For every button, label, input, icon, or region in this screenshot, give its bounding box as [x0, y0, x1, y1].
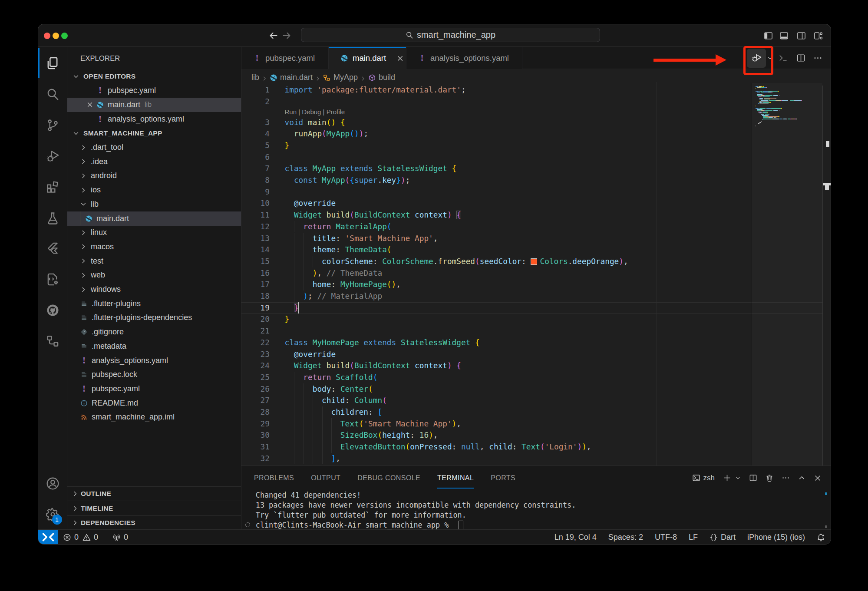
layout-panel-icon[interactable]: [779, 31, 789, 40]
code-line-13[interactable]: title: 'Smart Machine App',: [285, 233, 831, 244]
activity-bar-item-flutter[interactable]: [38, 234, 67, 263]
section-timeline[interactable]: TIMELINE: [67, 501, 241, 515]
tree-item-main.dart[interactable]: main.dart: [67, 211, 241, 226]
tree-item-smart_machine_app.iml[interactable]: smart_machine_app.iml: [67, 410, 241, 424]
code-line-27[interactable]: child: Column(: [285, 395, 831, 406]
code-line-14[interactable]: theme: ThemeData(: [285, 244, 831, 256]
tree-item-README.md[interactable]: README.md: [67, 396, 241, 410]
more-actions-icon[interactable]: [813, 53, 822, 63]
close-icon[interactable]: [814, 474, 822, 482]
codelens-run-debug-profile[interactable]: Run | Debug | Profile: [285, 107, 345, 116]
tree-item-android[interactable]: android: [67, 168, 241, 183]
activity-bar-item-devtools[interactable]: [38, 265, 67, 294]
breadcrumb-item-main.dart[interactable]: main.dart: [270, 73, 313, 82]
tab-main.dart[interactable]: main.dart: [329, 47, 406, 69]
status-item-utf-8[interactable]: UTF-8: [655, 533, 677, 542]
layout-sidebar-left-icon[interactable]: [764, 31, 773, 40]
tab-pubspec.yaml[interactable]: !pubspec.yaml: [241, 47, 329, 69]
close-window-button[interactable]: [44, 33, 50, 39]
trash-icon[interactable]: [766, 474, 773, 482]
command-decoration[interactable]: [245, 522, 250, 527]
code-line-23[interactable]: @override: [285, 349, 831, 360]
code-line-25[interactable]: return Scaffold(: [285, 372, 831, 383]
open-editor-analysis_options.yaml[interactable]: !analysis_options.yaml: [67, 112, 241, 126]
breadcrumb-item-lib[interactable]: lib: [251, 73, 259, 82]
status-error[interactable]: 0: [63, 533, 79, 542]
more-actions-icon[interactable]: [782, 474, 790, 482]
panel-tab-output[interactable]: OUTPUT: [311, 466, 340, 490]
minimap[interactable]: [752, 83, 822, 466]
status-warning[interactable]: 0: [83, 533, 98, 542]
tree-item-macos[interactable]: macos: [67, 240, 241, 254]
breadcrumb-item-MyApp[interactable]: MyApp: [323, 73, 358, 82]
code-line-28[interactable]: children: [: [285, 406, 831, 418]
navigate-forward-icon[interactable]: [282, 31, 291, 40]
code-line-19[interactable]: }: [285, 302, 831, 314]
code-line-21[interactable]: [285, 325, 831, 337]
panel-tab-problems[interactable]: PROBLEMS: [254, 466, 294, 490]
code-line-20[interactable]: }: [285, 314, 831, 325]
tab-analysis_options.yaml[interactable]: !analysis_options.yaml: [406, 47, 522, 69]
tree-item-.flutter-plugins-dependencies[interactable]: .flutter-plugins-dependencies: [67, 310, 241, 325]
activity-bar-item-search[interactable]: [38, 80, 67, 109]
terminal[interactable]: Changed 41 dependencies!13 packages have…: [241, 490, 831, 529]
code-line-4[interactable]: runApp(MyApp());: [285, 128, 831, 140]
code-editor[interactable]: 1import 'package:flutter/material.dart';…: [241, 82, 831, 466]
tree-item-pubspec.yaml[interactable]: !pubspec.yaml: [67, 382, 241, 396]
panel-tab-terminal[interactable]: TERMINAL: [437, 466, 474, 490]
panel-tab-ports[interactable]: PORTS: [491, 466, 515, 490]
open-terminal-icon[interactable]: [779, 53, 788, 63]
open-editor-pubspec.yaml[interactable]: !pubspec.yaml: [67, 83, 241, 98]
close-tab-icon[interactable]: [396, 55, 404, 62]
tree-item-web[interactable]: web: [67, 268, 241, 282]
status-item-bell-dot-icon[interactable]: [817, 533, 825, 541]
tree-item-.metadata[interactable]: .metadata: [67, 339, 241, 353]
code-line-15[interactable]: colorScheme: ColorScheme.fromSeed(seedCo…: [285, 256, 831, 267]
layout-customize-icon[interactable]: [814, 31, 823, 40]
panel-tab-debug-console[interactable]: DEBUG CONSOLE: [357, 466, 420, 490]
status-item-iphone-15-ios-[interactable]: iPhone (15) (ios): [747, 533, 805, 542]
status-item-ln-19-col-4[interactable]: Ln 19, Col 4: [554, 533, 597, 542]
tree-item-.gitignore[interactable]: .gitignore: [67, 325, 241, 339]
status-item-spaces-2[interactable]: Spaces: 2: [608, 533, 643, 542]
status-item-dart[interactable]: Dart: [710, 533, 736, 542]
activity-bar-item-github[interactable]: [38, 296, 67, 324]
chevron-down-icon[interactable]: [735, 475, 741, 481]
activity-bar-item-testing[interactable]: [38, 204, 67, 232]
code-line-2[interactable]: [285, 96, 831, 108]
code-line-29[interactable]: Text('Smart Machine App'),: [285, 418, 831, 430]
code-line-6[interactable]: [285, 152, 831, 163]
tree-item-test[interactable]: test: [67, 254, 241, 268]
activity-bar-item-extensions[interactable]: [38, 172, 67, 201]
status-item-lf[interactable]: LF: [689, 533, 698, 542]
command-center-search[interactable]: smart_machine_app: [301, 28, 600, 42]
activity-bar-item-run-and-debug[interactable]: [38, 142, 67, 170]
section-outline[interactable]: OUTLINE: [67, 486, 241, 501]
close-editor-icon[interactable]: [86, 101, 93, 108]
terminal-shell-label[interactable]: zsh: [692, 474, 715, 482]
layout-sidebar-right-icon[interactable]: [797, 31, 806, 40]
code-line-10[interactable]: @override: [285, 198, 831, 209]
activity-bar-item-explorer[interactable]: [38, 49, 67, 78]
tree-item-lib[interactable]: lib: [67, 197, 241, 211]
code-line-22[interactable]: class MyHomePage extends StatelessWidget…: [285, 337, 831, 349]
section-dependencies[interactable]: DEPENDENCIES: [67, 515, 241, 530]
tree-item-.idea[interactable]: .idea: [67, 155, 241, 169]
chevron-up-icon[interactable]: [798, 474, 805, 482]
navigate-back-icon[interactable]: [269, 31, 278, 40]
code-line-9[interactable]: [285, 186, 831, 198]
open-editor-main.dart[interactable]: main.dartlib: [67, 98, 241, 112]
code-line-11[interactable]: Widget build(BuildContext context) {: [285, 209, 831, 221]
zoom-window-button[interactable]: [61, 33, 68, 39]
activity-bar-item-accounts[interactable]: [38, 469, 67, 498]
views-more-actions-icon[interactable]: [220, 51, 232, 63]
code-line-17[interactable]: home: MyHomePage(),: [285, 279, 831, 291]
plus-icon[interactable]: [723, 474, 731, 482]
section-project[interactable]: SMART_MACHINE_APP: [67, 126, 241, 140]
code-line-3[interactable]: void main() {: [285, 117, 831, 129]
code-line-7[interactable]: class MyApp extends StatelessWidget {: [285, 163, 831, 175]
activity-bar-item-settings[interactable]: 1: [38, 500, 67, 528]
code-line-18[interactable]: ); // MaterialApp: [285, 291, 831, 302]
code-line-5[interactable]: }: [285, 140, 831, 152]
breadcrumb-item-build[interactable]: build: [368, 73, 395, 82]
